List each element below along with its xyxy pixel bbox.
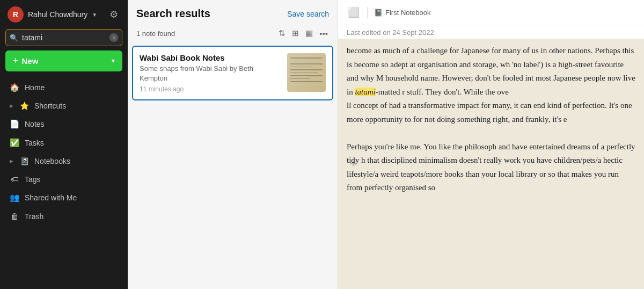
notebook-reference[interactable]: 📓 First Notebook (374, 9, 431, 17)
divider (367, 7, 368, 18)
body-text-3: ll concept of had a transformative impac… (347, 101, 632, 124)
right-header: ⬜ 📓 First Notebook (338, 0, 644, 25)
trash-icon: 🗑 (10, 212, 19, 221)
expand-icon: ▶ (10, 158, 13, 164)
search-clear-button[interactable]: ✕ (109, 33, 118, 42)
note-options-icon[interactable]: ⬜ (347, 5, 361, 19)
settings-button[interactable]: ⚙ (107, 6, 120, 23)
middle-toolbar: 1 note found ⇅ ⊞ ▦ ••• (128, 25, 338, 44)
middle-header: Search results Save search (128, 0, 338, 25)
more-icon[interactable]: ••• (318, 28, 329, 39)
right-panel: ⬜ 📓 First Notebook Last edited on 24 Sep… (338, 0, 644, 289)
shortcuts-icon: ⭐ (20, 102, 29, 110)
note-card-content: Wabi Sabi Book Notes Some snaps from Wab… (140, 53, 282, 93)
note-time: 11 minutes ago (140, 85, 282, 93)
sidebar-item-tags-label: Tags (25, 175, 41, 184)
tags-icon: 🏷 (10, 175, 19, 184)
notebooks-icon: 📓 (20, 157, 29, 165)
middle-panel: Search results Save search 1 note found … (128, 0, 338, 289)
search-input[interactable]: tatami (5, 29, 122, 46)
user-name: Rahul Chowdhury (28, 10, 87, 19)
note-card[interactable]: Wabi Sabi Book Notes Some snaps from Wab… (132, 46, 333, 100)
body-text-4: Perhaps you're like me. You like the phi… (347, 142, 635, 192)
sidebar-item-home-label: Home (25, 83, 45, 92)
tasks-icon: ✅ (10, 138, 19, 148)
shared-icon: 👥 (10, 193, 19, 203)
note-body: + become as much of a challenge for Japa… (338, 39, 644, 289)
new-button[interactable]: + New ▾ (5, 50, 122, 71)
notes-icon: 📄 (10, 119, 19, 129)
last-edited: Last edited on 24 Sept 2022 (338, 25, 644, 39)
view-icon[interactable]: ▦ (304, 27, 314, 39)
body-text-2: -matted r stuff. They don't. While the o… (376, 88, 509, 96)
sidebar-item-home[interactable]: 🏠 Home (2, 78, 126, 97)
note-count: 1 note found (136, 30, 273, 38)
sidebar-item-tasks[interactable]: ✅ Tasks (2, 134, 126, 152)
sidebar-item-notebooks[interactable]: ▶ 📓 Notebooks (2, 153, 126, 170)
book-page-background: + become as much of a challenge for Japa… (338, 39, 644, 289)
sidebar-item-shared[interactable]: 👥 Shared with Me (2, 189, 126, 207)
sidebar-header: R Rahul Chowdhury ▼ ⚙ (0, 0, 128, 29)
note-excerpt: Some snaps from Wabi Sabi by Beth Kempto… (140, 64, 282, 83)
sidebar-item-shared-label: Shared with Me (25, 193, 77, 202)
notebook-name: First Notebook (385, 9, 431, 17)
plus-icon: + (13, 55, 19, 67)
search-box: 🔍 tatami ✕ (5, 29, 122, 46)
nav-items: 🏠 Home ▶ ⭐ Shortcuts 📄 Notes ✅ Tasks ▶ 📓… (0, 78, 128, 289)
highlighted-text: tatami (355, 88, 375, 96)
sidebar-item-shortcuts[interactable]: ▶ ⭐ Shortcuts (2, 97, 126, 114)
new-button-label: New (22, 56, 39, 66)
sidebar-item-notebooks-label: Notebooks (34, 157, 70, 165)
avatar: R (8, 6, 24, 23)
book-lines (290, 57, 323, 84)
book-text: become as much of a challenge for Japane… (338, 39, 644, 200)
note-title: Wabi Sabi Book Notes (140, 53, 282, 62)
sidebar: R Rahul Chowdhury ▼ ⚙ 🔍 tatami ✕ + New ▾… (0, 0, 128, 289)
notebook-icon: 📓 (374, 9, 383, 17)
note-thumbnail (287, 53, 326, 92)
home-icon: 🏠 (10, 83, 19, 92)
sidebar-item-tasks-label: Tasks (25, 139, 44, 147)
book-page-content: + become as much of a challenge for Japa… (338, 39, 644, 289)
chevron-down-icon: ▼ (92, 12, 97, 18)
sidebar-item-trash[interactable]: 🗑 Trash (2, 207, 126, 225)
sidebar-item-shortcuts-label: Shortcuts (34, 102, 66, 110)
sidebar-item-trash-label: Trash (25, 212, 43, 221)
filter-icon[interactable]: ⊞ (291, 27, 300, 39)
expand-icon: ▶ (10, 103, 13, 109)
search-results-title: Search results (136, 8, 210, 20)
sidebar-item-notes-label: Notes (25, 120, 45, 128)
sidebar-item-tags[interactable]: 🏷 Tags (2, 170, 126, 188)
save-search-button[interactable]: Save search (287, 10, 329, 18)
search-icon: 🔍 (10, 34, 18, 42)
sidebar-item-notes[interactable]: 📄 Notes (2, 115, 126, 133)
new-chevron-icon: ▾ (112, 57, 115, 64)
sort-icon[interactable]: ⇅ (277, 27, 287, 39)
user-menu[interactable]: R Rahul Chowdhury ▼ (8, 6, 97, 23)
